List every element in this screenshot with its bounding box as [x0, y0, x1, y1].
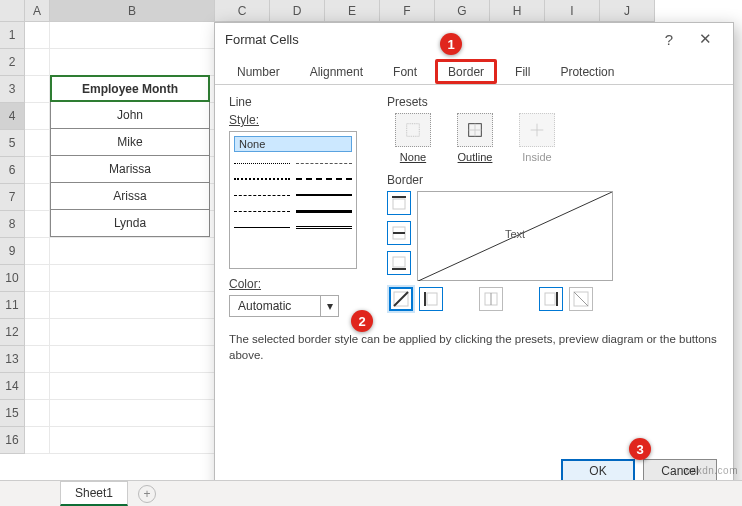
- column-header[interactable]: I: [545, 0, 600, 22]
- preset-outline-label: Outline: [458, 151, 493, 163]
- border-diagonal-up-button[interactable]: [389, 287, 413, 311]
- cell[interactable]: [50, 400, 215, 427]
- sheet-tab[interactable]: Sheet1: [60, 481, 128, 506]
- line-style-list[interactable]: None: [229, 131, 357, 269]
- border-left-button[interactable]: [419, 287, 443, 311]
- column-header[interactable]: J: [600, 0, 655, 22]
- presets-section-label: Presets: [387, 95, 719, 109]
- select-all-corner[interactable]: [0, 0, 25, 22]
- preset-outline[interactable]: [457, 113, 493, 147]
- help-button[interactable]: ?: [651, 25, 687, 53]
- callout-badge-1: 1: [440, 33, 462, 55]
- row-header[interactable]: 5: [0, 130, 25, 157]
- cell[interactable]: [25, 265, 50, 292]
- tab-alignment[interactable]: Alignment: [298, 59, 375, 84]
- border-top-button[interactable]: [387, 191, 411, 215]
- border-center-button[interactable]: [479, 287, 503, 311]
- table-header-cell[interactable]: Employee Month: [50, 75, 210, 102]
- row-header[interactable]: 4: [0, 103, 25, 130]
- watermark: wsxdn.com: [683, 465, 738, 476]
- svg-rect-0: [407, 124, 420, 137]
- sheet-tab-bar: Sheet1 +: [0, 480, 742, 506]
- cell[interactable]: [25, 427, 50, 454]
- color-value: Automatic: [230, 299, 320, 313]
- column-header[interactable]: D: [270, 0, 325, 22]
- cell[interactable]: [25, 346, 50, 373]
- cell[interactable]: [25, 103, 50, 130]
- table-row[interactable]: Lynda: [50, 210, 210, 237]
- dialog-titlebar: Format Cells ? ✕: [215, 23, 733, 55]
- column-header[interactable]: H: [490, 0, 545, 22]
- preview-text: Text: [505, 228, 525, 240]
- cell[interactable]: [25, 184, 50, 211]
- border-bottom-button[interactable]: [387, 251, 411, 275]
- cell[interactable]: [50, 346, 215, 373]
- cell[interactable]: [25, 130, 50, 157]
- row-header[interactable]: 3: [0, 76, 25, 103]
- tab-border[interactable]: Border: [435, 59, 497, 84]
- row-header[interactable]: 8: [0, 211, 25, 238]
- table-row[interactable]: Arissa: [50, 183, 210, 210]
- svg-line-14: [394, 292, 408, 306]
- color-dropdown[interactable]: Automatic ▾: [229, 295, 339, 317]
- cell[interactable]: [50, 427, 215, 454]
- border-right-button[interactable]: [539, 287, 563, 311]
- data-table: Employee Month JohnMikeMarissaArissaLynd…: [50, 48, 210, 237]
- new-sheet-button[interactable]: +: [138, 485, 156, 503]
- row-header[interactable]: 2: [0, 49, 25, 76]
- column-header[interactable]: C: [215, 0, 270, 22]
- cell[interactable]: [50, 265, 215, 292]
- border-diagonal-down-button[interactable]: [569, 287, 593, 311]
- tab-font[interactable]: Font: [381, 59, 429, 84]
- row-header[interactable]: 14: [0, 373, 25, 400]
- cell[interactable]: [25, 211, 50, 238]
- table-row[interactable]: John: [50, 102, 210, 129]
- row-header[interactable]: 15: [0, 400, 25, 427]
- close-button[interactable]: ✕: [687, 25, 723, 53]
- row-header[interactable]: 1: [0, 22, 25, 49]
- table-row[interactable]: Mike: [50, 129, 210, 156]
- row-header[interactable]: 6: [0, 157, 25, 184]
- row-header[interactable]: 12: [0, 319, 25, 346]
- style-label: Style:: [229, 113, 369, 127]
- tab-number[interactable]: Number: [225, 59, 292, 84]
- cell[interactable]: [50, 373, 215, 400]
- row-header[interactable]: 10: [0, 265, 25, 292]
- cell[interactable]: [25, 373, 50, 400]
- svg-rect-16: [427, 293, 437, 305]
- chevron-down-icon: ▾: [320, 296, 338, 316]
- cell[interactable]: [25, 76, 50, 103]
- info-text: The selected border style can be applied…: [229, 331, 719, 363]
- svg-rect-7: [393, 199, 405, 209]
- line-style-none[interactable]: None: [234, 136, 352, 152]
- border-middle-button[interactable]: [387, 221, 411, 245]
- row-header[interactable]: 16: [0, 427, 25, 454]
- cell[interactable]: [25, 400, 50, 427]
- cell[interactable]: [25, 157, 50, 184]
- row-header[interactable]: 9: [0, 238, 25, 265]
- cell[interactable]: [25, 292, 50, 319]
- cell[interactable]: [50, 319, 215, 346]
- row-header[interactable]: 13: [0, 346, 25, 373]
- column-header[interactable]: B: [50, 0, 215, 22]
- cell[interactable]: [50, 22, 215, 49]
- tab-fill[interactable]: Fill: [503, 59, 542, 84]
- row-header[interactable]: 11: [0, 292, 25, 319]
- border-preview[interactable]: Text: [417, 191, 613, 281]
- cell[interactable]: [25, 22, 50, 49]
- cell[interactable]: [25, 49, 50, 76]
- column-header[interactable]: A: [25, 0, 50, 22]
- column-header[interactable]: G: [435, 0, 490, 22]
- cell[interactable]: [50, 238, 215, 265]
- preset-inside-label: Inside: [522, 151, 551, 163]
- tab-protection[interactable]: Protection: [548, 59, 626, 84]
- row-header[interactable]: 7: [0, 184, 25, 211]
- cell[interactable]: [25, 319, 50, 346]
- column-header[interactable]: F: [380, 0, 435, 22]
- preset-none[interactable]: [395, 113, 431, 147]
- cell[interactable]: [50, 292, 215, 319]
- cell[interactable]: [25, 238, 50, 265]
- table-row[interactable]: Marissa: [50, 156, 210, 183]
- column-header[interactable]: E: [325, 0, 380, 22]
- callout-badge-3: 3: [629, 438, 651, 460]
